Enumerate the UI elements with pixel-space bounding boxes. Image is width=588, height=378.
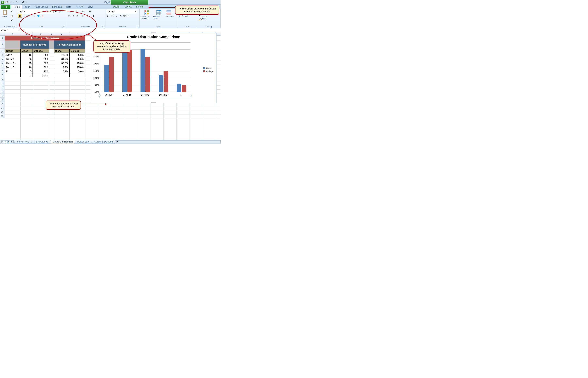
format-painter-button[interactable]: 🖌 bbox=[10, 18, 14, 22]
table-cell[interactable]: 15.0% bbox=[70, 65, 85, 69]
row-header[interactable]: 14 bbox=[0, 94, 5, 98]
percent-button[interactable]: % bbox=[110, 14, 114, 18]
tab-format[interactable]: Format bbox=[134, 5, 146, 9]
row-header[interactable]: 19 bbox=[0, 114, 5, 118]
table-cell[interactable]: 30.0% bbox=[70, 57, 85, 61]
decrease-indent-button[interactable]: ⇤ bbox=[81, 14, 85, 18]
row-header[interactable]: 11 bbox=[0, 81, 5, 85]
number-launcher[interactable]: ↘ bbox=[136, 26, 138, 28]
horizontal-scrollbar[interactable]: ◀ bbox=[116, 140, 221, 143]
sheet-tab[interactable]: Supply & Demand bbox=[91, 140, 115, 143]
table-cell[interactable] bbox=[54, 73, 70, 77]
sheet-nav-last[interactable]: ▶| bbox=[11, 140, 14, 143]
row-headers[interactable]: 12345678910111213141516171819 bbox=[0, 36, 5, 118]
row-header[interactable]: 13 bbox=[0, 89, 5, 94]
chart-bar[interactable] bbox=[159, 75, 163, 92]
file-tab[interactable]: File bbox=[1, 5, 10, 9]
decrease-decimal-button[interactable]: .00→.0 bbox=[125, 14, 129, 18]
table-cell[interactable]: 12.2% bbox=[54, 65, 70, 69]
row-header[interactable]: 15 bbox=[0, 98, 5, 102]
clipboard-launcher[interactable]: ↘ bbox=[14, 26, 16, 28]
align-top-button[interactable]: ≡ bbox=[67, 10, 71, 14]
row-header[interactable]: 10 bbox=[0, 77, 5, 81]
chart-bar[interactable] bbox=[109, 57, 114, 92]
cut-button[interactable]: ✂ bbox=[10, 10, 14, 14]
chart-bar[interactable] bbox=[141, 49, 145, 92]
table-cell[interactable]: 300 bbox=[33, 65, 49, 69]
legend-item[interactable]: Class bbox=[203, 67, 213, 69]
select-all-corner[interactable] bbox=[0, 32, 5, 36]
font-size-combo[interactable]: 11▼ bbox=[46, 10, 54, 14]
grow-font-button[interactable]: A▲ bbox=[54, 10, 58, 14]
chart-bar[interactable] bbox=[145, 57, 150, 92]
table-cell[interactable]: 19.5% bbox=[54, 53, 70, 57]
table-cell[interactable] bbox=[5, 73, 20, 77]
increase-decimal-button[interactable]: .0→.00 bbox=[121, 14, 125, 18]
number-format-combo[interactable]: General▼ bbox=[106, 10, 137, 14]
sheet-nav-prev[interactable]: ◀ bbox=[4, 140, 7, 143]
redo-button[interactable]: ↷ bbox=[15, 0, 19, 4]
sheet-nav-first[interactable]: |◀ bbox=[1, 140, 4, 143]
table-cell[interactable]: A to A- bbox=[5, 53, 20, 57]
fill-color-button[interactable]: 🪣▼ bbox=[37, 14, 41, 18]
align-right-button[interactable]: ≡ bbox=[75, 14, 79, 18]
fx-button[interactable]: fx bbox=[21, 29, 26, 31]
chart-bar[interactable] bbox=[104, 65, 109, 92]
comma-button[interactable]: , bbox=[115, 14, 119, 18]
chart-handle-top[interactable] bbox=[151, 32, 156, 33]
row-header[interactable]: 16 bbox=[0, 102, 5, 106]
row-header[interactable]: 5 bbox=[0, 57, 5, 61]
x-axis-selection-border[interactable] bbox=[100, 93, 191, 98]
column-header[interactable]: D bbox=[49, 32, 54, 35]
row-header[interactable]: 12 bbox=[0, 85, 5, 89]
table-cell[interactable]: C+ to C- bbox=[5, 61, 20, 65]
row-header[interactable]: 2 bbox=[0, 40, 5, 49]
table-cell[interactable]: 30.5% bbox=[54, 61, 70, 65]
bold-button[interactable]: B bbox=[18, 14, 22, 18]
row-header[interactable]: 18 bbox=[0, 110, 5, 114]
chart-bar[interactable] bbox=[127, 50, 132, 92]
row-header[interactable]: 3 bbox=[0, 49, 5, 53]
table-cell[interactable]: 25 bbox=[20, 61, 33, 65]
print-button[interactable]: 🖨 bbox=[21, 0, 25, 4]
align-center-button[interactable]: ≡ bbox=[71, 14, 75, 18]
align-bottom-button[interactable]: ≡ bbox=[75, 10, 79, 14]
legend-item[interactable]: College bbox=[203, 70, 213, 72]
table-cell[interactable]: 5 bbox=[20, 69, 33, 73]
row-header[interactable]: 7 bbox=[0, 65, 5, 69]
row-header[interactable]: 9 bbox=[0, 73, 5, 77]
increase-indent-button[interactable]: ⇥ bbox=[85, 14, 89, 18]
font-color-button[interactable]: A▼ bbox=[41, 14, 45, 18]
underline-button[interactable]: U▼ bbox=[27, 14, 30, 18]
undo-button[interactable]: ↶ bbox=[9, 0, 13, 4]
table-cell[interactable]: 25.0% bbox=[70, 61, 85, 65]
row-header[interactable]: 6 bbox=[0, 61, 5, 65]
clear-button[interactable]: 🧹▼ bbox=[198, 18, 202, 21]
paste-button[interactable]: Paste▼ bbox=[1, 10, 9, 19]
sheet-tab[interactable]: Grade Distribution bbox=[50, 140, 76, 143]
column-header[interactable]: E bbox=[54, 32, 70, 35]
chart-bar[interactable] bbox=[164, 71, 168, 92]
sheet-nav-next[interactable]: ▶ bbox=[7, 140, 10, 143]
undo-dropdown[interactable]: ▼ bbox=[13, 0, 15, 4]
orientation-button[interactable]: ⟲▼ bbox=[81, 10, 85, 14]
row-header[interactable]: 4 bbox=[0, 53, 5, 57]
excel-app-icon[interactable]: X bbox=[1, 0, 5, 4]
font-launcher[interactable]: ↘ bbox=[63, 26, 65, 28]
name-box[interactable]: Chart 3▼ bbox=[0, 29, 21, 31]
table-cell[interactable]: 25.0% bbox=[70, 53, 85, 57]
table-cell[interactable]: 10 bbox=[20, 65, 33, 69]
tab-view[interactable]: View bbox=[86, 5, 95, 9]
table-cell[interactable]: 500 bbox=[33, 61, 49, 65]
table-cell[interactable]: 16 bbox=[20, 53, 33, 57]
tab-data[interactable]: Data bbox=[64, 5, 73, 9]
tab-review[interactable]: Review bbox=[73, 5, 86, 9]
table-cell[interactable]: 5.0% bbox=[70, 69, 85, 73]
borders-button[interactable]: ▼ bbox=[32, 14, 36, 18]
save-button[interactable]: 💾 bbox=[5, 0, 9, 4]
conditional-formatting-button[interactable]: Conditional Formatting▼ bbox=[141, 10, 153, 20]
table-cell[interactable]: 31.7% bbox=[54, 57, 70, 61]
chart-bar[interactable] bbox=[177, 83, 181, 92]
row-header[interactable]: 1 bbox=[0, 36, 5, 40]
table-cell[interactable]: 6.1% bbox=[54, 69, 70, 73]
